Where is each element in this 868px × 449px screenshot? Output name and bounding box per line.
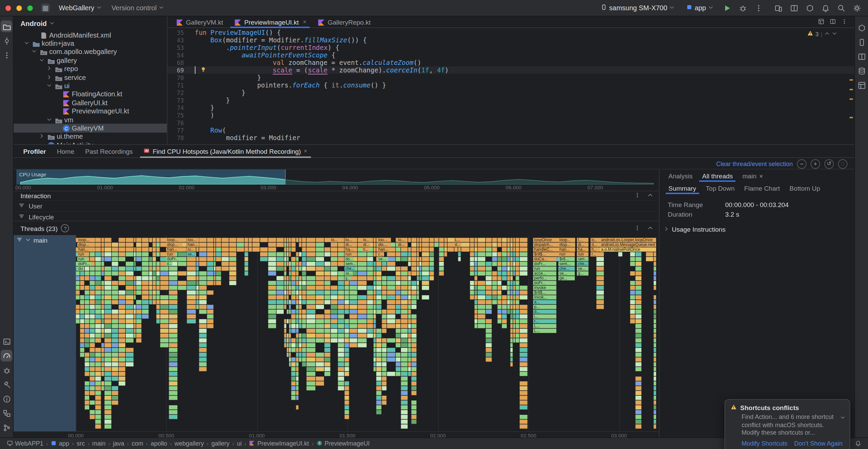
- breadcrumb-item[interactable]: PreviewImageUI.kt: [249, 440, 309, 447]
- commit-icon[interactable]: [1, 35, 12, 46]
- breadcrumb-item[interactable]: main: [92, 440, 106, 447]
- breadcrumb-item[interactable]: WebAPP1: [7, 440, 43, 447]
- chevron-down-icon[interactable]: [39, 57, 45, 64]
- analysis-subtab-summary[interactable]: Summary: [664, 182, 701, 194]
- analysis-subtab-bottom-up[interactable]: Bottom Up: [785, 182, 825, 194]
- interaction-row-user[interactable]: User: [14, 200, 659, 211]
- chevron-right-icon[interactable]: [46, 74, 53, 80]
- notifications-icon[interactable]: [820, 2, 831, 13]
- split-editor-icon[interactable]: [830, 18, 836, 26]
- tree-item-ui-theme[interactable]: ui.theme: [14, 132, 167, 141]
- analysis-tab-analysis[interactable]: Analysis: [664, 169, 697, 182]
- tree-item-kotlin-java[interactable]: kotlin+java: [14, 39, 167, 48]
- line-number[interactable]: 35: [167, 29, 184, 36]
- tree-item-galleryui-kt[interactable]: GalleryUI.kt: [14, 98, 167, 107]
- tree-item-mainactivity[interactable]: CMainActivity: [14, 141, 167, 144]
- build-icon[interactable]: [1, 379, 12, 390]
- editor-layout-icon[interactable]: [818, 18, 824, 26]
- tab-galleryrepo-kt[interactable]: GalleryRepo.kt: [312, 16, 376, 27]
- breadcrumb-item[interactable]: ui: [237, 440, 242, 447]
- run-configuration[interactable]: app: [683, 3, 717, 13]
- tree-item-androidmanifest-xml[interactable]: AndroidManifest.xml: [14, 31, 167, 39]
- reset-zoom-icon[interactable]: ↺: [824, 159, 834, 168]
- profiler-tab-home[interactable]: Home: [52, 145, 80, 157]
- profiler-icon[interactable]: [1, 350, 12, 362]
- layout-inspector-icon[interactable]: [856, 79, 867, 91]
- breadcrumb-item[interactable]: src: [77, 440, 85, 447]
- prev-problem-icon[interactable]: [824, 30, 830, 37]
- chevron-right-icon[interactable]: [46, 66, 53, 72]
- tree-item-previewimageui-kt[interactable]: PreviewImageUI.kt: [14, 107, 167, 115]
- bug-icon[interactable]: [1, 364, 12, 376]
- zoom-out-icon[interactable]: −: [797, 159, 806, 168]
- problems-icon[interactable]: [1, 393, 12, 405]
- chevron-down-icon[interactable]: [46, 117, 53, 123]
- project-view-selector[interactable]: Android: [14, 16, 167, 31]
- chevron-right-icon[interactable]: [39, 134, 45, 140]
- zoom-to-selection-icon[interactable]: □: [838, 159, 847, 168]
- flame-chart[interactable]: [76, 235, 656, 431]
- collapse-icon[interactable]: [647, 224, 653, 232]
- notification-action-don-t-show-again[interactable]: Don't Show Again: [794, 440, 843, 447]
- close-tab-icon[interactable]: ×: [303, 18, 307, 25]
- tab-galleryvm-kt[interactable]: GalleryVM.kt: [170, 16, 229, 27]
- breadcrumb-item[interactable]: java: [113, 440, 124, 447]
- breadcrumb-item[interactable]: apollo: [151, 440, 167, 447]
- collapse-icon[interactable]: [647, 192, 653, 200]
- profiler-tab-past-recordings[interactable]: Past Recordings: [80, 145, 138, 157]
- device-mirroring-icon[interactable]: [773, 2, 784, 13]
- version-control-icon[interactable]: [1, 422, 12, 433]
- expand-notification-icon[interactable]: [840, 415, 845, 422]
- warning-stripe-mark[interactable]: [850, 89, 853, 90]
- analysis-tab-main-thread[interactable]: main×: [738, 169, 768, 182]
- tree-item-com-apollo-webgallery[interactable]: com.apollo.webgallery: [14, 48, 167, 56]
- breadcrumb-item[interactable]: webgallery: [175, 440, 204, 447]
- running-devices-icon[interactable]: [789, 2, 800, 13]
- settings-icon[interactable]: [852, 2, 863, 13]
- usage-instructions[interactable]: Usage Instructions: [664, 226, 854, 233]
- zoom-window-button[interactable]: [27, 5, 33, 11]
- project-widget[interactable]: WebGallery: [55, 3, 105, 13]
- breadcrumb-item[interactable]: com: [132, 440, 143, 447]
- help-icon[interactable]: ?: [61, 224, 69, 232]
- project-icon[interactable]: [1, 21, 12, 32]
- line-number[interactable]: 43: [167, 36, 184, 44]
- tree-item-service[interactable]: service: [14, 73, 167, 82]
- warning-stripe-mark[interactable]: [850, 79, 853, 81]
- line-number[interactable]: 54: [167, 51, 184, 59]
- breadcrumb-item[interactable]: gallery: [212, 440, 230, 447]
- run-button[interactable]: [722, 2, 733, 13]
- profiler-session-tab[interactable]: Find CPU Hotspots (Java/Kotlin Method Re…: [138, 145, 313, 157]
- tree-item-galleryvm[interactable]: CGalleryVM: [14, 124, 167, 133]
- line-number[interactable]: 69: [167, 66, 184, 74]
- analysis-subtab-top-down[interactable]: Top Down: [701, 182, 740, 194]
- search-icon[interactable]: [836, 2, 847, 13]
- analysis-subtab-flame-chart[interactable]: Flame Chart: [740, 182, 785, 194]
- notifications-icon[interactable]: [855, 440, 861, 447]
- more-icon[interactable]: [841, 18, 847, 26]
- tree-item-gallery[interactable]: gallery: [14, 56, 167, 65]
- next-problem-icon[interactable]: [832, 30, 837, 37]
- code-area[interactable]: 35fun PreviewImageUI() {43Box(modifier =…: [167, 28, 854, 141]
- thread-row-main[interactable]: main: [14, 235, 76, 431]
- more-icon[interactable]: [634, 224, 640, 232]
- line-number[interactable]: 72: [167, 89, 184, 96]
- cpu-usage-chart[interactable]: CPU Usage 00.00001.00002.00003.00004.000…: [14, 169, 659, 191]
- minimize-window-button[interactable]: [16, 5, 22, 11]
- profiler-tab-profiler[interactable]: Profiler: [18, 145, 52, 157]
- database-inspector-icon[interactable]: [856, 65, 867, 77]
- clear-selection-link[interactable]: Clear thread/event selection: [716, 160, 793, 167]
- line-number[interactable]: 71: [167, 81, 184, 89]
- zoom-in-icon[interactable]: +: [811, 159, 820, 168]
- tree-item-floatingaction-kt[interactable]: FloatingAction.kt: [14, 90, 167, 98]
- tree-item-ui[interactable]: ui: [14, 82, 167, 90]
- device-manager-icon[interactable]: [856, 36, 867, 48]
- chevron-down-icon[interactable]: [24, 40, 30, 46]
- analysis-tab-all-threads[interactable]: All threads: [697, 169, 738, 182]
- intention-bulb-icon[interactable]: [200, 66, 207, 73]
- chevron-down-icon[interactable]: [46, 83, 53, 89]
- line-number[interactable]: 68: [167, 59, 184, 66]
- tree-item-repo[interactable]: repo: [14, 65, 167, 73]
- gradle-icon[interactable]: [856, 22, 867, 33]
- more-tools-icon[interactable]: [1, 49, 12, 61]
